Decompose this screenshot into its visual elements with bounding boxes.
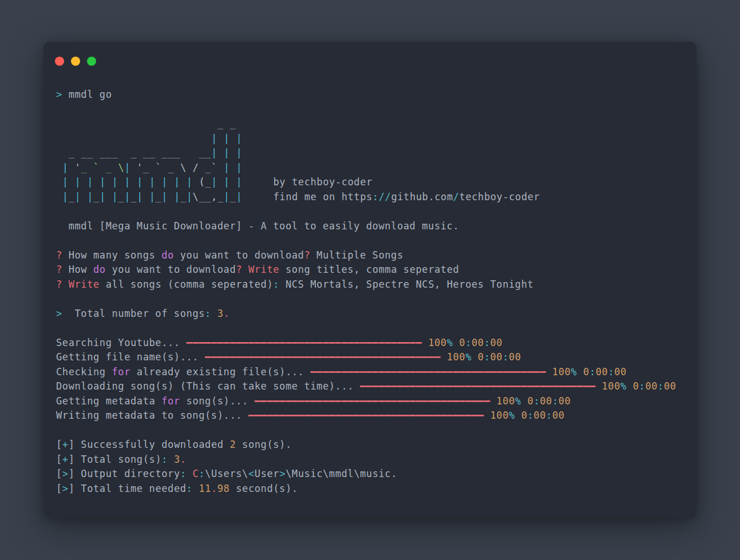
progress-bar: ━━━━━━━━━━━━━━━━━━━━━━━━━━━━━━━━━━━━━━ xyxy=(248,410,484,421)
ascii-art-char: | xyxy=(149,191,156,202)
answer-song-list: NCS Mortals, Spectre NCS, Heroes Tonight xyxy=(279,279,533,290)
progress-bar: ━━━━━━━━━━━━━━━━━━━━━━━━━━━━━━━━━━━━━━ xyxy=(310,366,546,378)
summary-text: song(s). xyxy=(236,439,292,450)
text-run xyxy=(62,279,69,290)
terminal-line: ? How do you want to download? Write son… xyxy=(56,263,697,277)
text-run: 00 xyxy=(540,395,552,407)
ascii-art-char: _ xyxy=(230,118,236,129)
ascii-art-char: _ xyxy=(230,191,236,202)
ascii-art-char: | xyxy=(62,191,69,202)
question-text: How many songs xyxy=(62,249,161,261)
question-text: you want to download xyxy=(174,249,304,261)
answer-download-count: Multiple Songs xyxy=(310,249,403,261)
text-run: 00 xyxy=(472,337,484,348)
total-songs-count: 3 xyxy=(217,308,224,319)
ascii-art-char: | xyxy=(62,162,69,173)
text-run: % xyxy=(447,337,453,348)
ascii-art-char: _ xyxy=(69,191,75,202)
ascii-art-char xyxy=(69,133,75,144)
ascii-art-char: , xyxy=(211,191,217,202)
progress-label: Checking xyxy=(56,366,112,378)
ascii-art-char xyxy=(180,118,187,129)
ascii-art-char: | xyxy=(236,147,242,158)
ascii-art-char xyxy=(230,147,236,158)
ascii-art-char: | xyxy=(224,133,230,144)
ascii-art-char xyxy=(193,118,199,129)
question-mark: ? xyxy=(304,249,310,261)
ascii-art-char xyxy=(118,176,124,188)
terminal-line: | | | xyxy=(56,132,697,146)
github-url[interactable]: / xyxy=(453,191,460,202)
terminal-line: mmdl [Mega Music Downloader] - A tool to… xyxy=(56,219,697,234)
ascii-art-char xyxy=(193,133,199,144)
ascii-art-char xyxy=(106,118,112,129)
text-run xyxy=(577,366,583,378)
github-url[interactable]: github.com xyxy=(391,191,453,202)
terminal-line xyxy=(56,204,697,219)
text-run: % xyxy=(515,395,521,407)
ascii-art-char: _ xyxy=(149,147,156,158)
terminal-line xyxy=(56,233,697,248)
ascii-art-char: | xyxy=(149,176,156,188)
author-byline: by techboy-coder xyxy=(242,176,373,188)
ascii-art-char: _ xyxy=(168,147,174,158)
ascii-art-char: _ xyxy=(205,162,211,173)
progress-percent: 100 xyxy=(490,410,509,421)
minimize-button[interactable] xyxy=(71,57,80,66)
ascii-art-char xyxy=(81,191,87,202)
ascii-art-char xyxy=(62,133,69,144)
app-description: mmdl [Mega Music Downloader] - A tool to… xyxy=(56,220,459,232)
ascii-art-char: | xyxy=(211,133,217,144)
ascii-art-char xyxy=(230,176,236,188)
question-text: How xyxy=(62,264,93,275)
text-run: : xyxy=(502,351,509,363)
ascii-art-char xyxy=(143,133,149,144)
terminal-line: Checking for already existing file(s)...… xyxy=(56,365,697,380)
ascii-art-char: | xyxy=(187,191,193,202)
text-run: [ xyxy=(56,483,62,494)
progress-time: 0 xyxy=(478,351,484,363)
github-url[interactable]: :// xyxy=(373,191,391,202)
ascii-art-char: | xyxy=(224,162,230,173)
progress-bar: ━━━━━━━━━━━━━━━━━━━━━━━━━━━━━━━━━━━━━━ xyxy=(205,351,441,363)
maximize-button[interactable] xyxy=(87,57,96,66)
ascii-art-char xyxy=(156,118,162,129)
text-run xyxy=(515,410,521,421)
ascii-art-char: _ xyxy=(130,191,137,202)
ascii-art-char xyxy=(112,162,118,173)
ascii-art-char: _ xyxy=(161,147,168,158)
ascii-art-char xyxy=(199,133,205,144)
ascii-art-char xyxy=(112,133,118,144)
ascii-art-char: _ xyxy=(180,191,187,202)
progress-percent: 100 xyxy=(602,380,621,392)
keyword-for: for xyxy=(112,366,131,378)
ascii-art-char: \ xyxy=(193,191,199,202)
ascii-art-char xyxy=(161,162,168,173)
ascii-art-char: | xyxy=(75,176,81,188)
ascii-art-char xyxy=(124,147,130,158)
ascii-art-char xyxy=(100,162,106,173)
ascii-art-char xyxy=(106,133,112,144)
ascii-art-char: _ xyxy=(93,191,100,202)
terminal-line: [+] Successfully downloaded 2 song(s). xyxy=(56,438,697,452)
ascii-art-char: _ xyxy=(199,147,205,158)
ascii-art-char xyxy=(118,133,124,144)
ascii-art-char xyxy=(93,133,100,144)
keyword-do: do xyxy=(161,249,174,261)
ascii-art-char: | xyxy=(87,176,93,188)
progress-label: Searching Youtube... xyxy=(56,337,187,348)
github-url[interactable]: techboy-coder xyxy=(460,191,540,202)
ascii-art-char xyxy=(168,176,174,188)
ascii-art-char xyxy=(168,118,174,129)
ascii-art-char: | xyxy=(100,191,106,202)
ascii-art-char: | xyxy=(112,191,118,202)
ascii-art-char xyxy=(118,118,124,129)
ascii-art-char xyxy=(156,147,162,158)
terminal-line: [>] Output directory: C:\Users\<User>\Mu… xyxy=(56,467,697,482)
ascii-art-char xyxy=(81,176,87,188)
close-button[interactable] xyxy=(55,57,64,66)
terminal-line: Getting metadata for song(s)... ━━━━━━━━… xyxy=(56,394,697,409)
ascii-art-char: ` xyxy=(93,162,100,173)
text-run: [ xyxy=(56,454,62,465)
text-run: : xyxy=(533,395,540,407)
